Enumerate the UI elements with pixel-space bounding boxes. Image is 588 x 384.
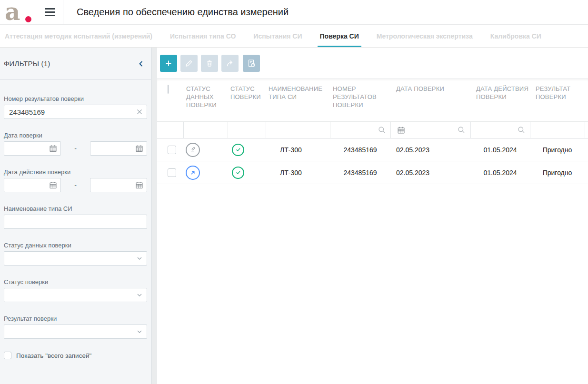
menu-icon[interactable] (45, 6, 55, 19)
cell-result: Пригодно (530, 169, 585, 177)
table-header-row: СТАТУС ДАННЫХ ПОВЕРКИ СТАТУС ПОВЕРКИ НАИ… (157, 79, 588, 121)
column-header-result-number: НОМЕР РЕЗУЛЬТАТОВ ПОВЕРКИ (330, 85, 390, 121)
filter-label: Результат поверки (4, 315, 147, 322)
cell-result-number: 243485169 (330, 146, 390, 154)
data-status-draft-icon (186, 143, 200, 157)
filter-label: Дата поверки (4, 132, 147, 139)
chevron-down-icon (135, 254, 144, 263)
page-title: Сведения по обеспечению единства измерен… (77, 7, 289, 18)
cell-type-name: ЛТ-300 (266, 169, 330, 177)
status-select[interactable] (4, 288, 147, 302)
calendar-icon[interactable] (135, 144, 144, 153)
main-area: СТАТУС ДАННЫХ ПОВЕРКИ СТАТУС ПОВЕРКИ НАИ… (157, 48, 588, 384)
share-button[interactable] (221, 55, 239, 72)
cell-type-name: ЛТ-300 (266, 146, 330, 154)
filter-type-name: Наименование типа СИ (4, 205, 147, 229)
status-value[interactable] (4, 288, 147, 302)
filter-result: Результат поверки (4, 315, 147, 339)
tab-attestation[interactable]: Аттестация методик испытаний (измерений) (5, 25, 152, 47)
row-checkbox[interactable] (168, 146, 176, 154)
cell-verification-date: 02.05.2023 (390, 169, 470, 177)
collapse-panel-icon[interactable] (137, 59, 145, 68)
range-separator: - (61, 145, 90, 152)
tab-metrology-expertise[interactable]: Метрологическая экспертиза (377, 25, 473, 47)
filters-body: Номер результатов поверки Дата поверки (0, 80, 151, 359)
status-data-select[interactable] (4, 251, 147, 266)
show-total-checkbox-row[interactable]: Показать "всего записей" (4, 352, 147, 359)
type-name-input[interactable] (4, 215, 147, 228)
toolbar (157, 48, 588, 72)
filters-panel: ФИЛЬТРЫ (1) Номер результатов поверки Да… (0, 48, 151, 384)
cell-result: Пригодно (530, 146, 585, 154)
status-data-value[interactable] (4, 252, 147, 265)
calendar-icon[interactable] (49, 181, 58, 190)
cell-valid-until: 01.05.2024 (470, 146, 530, 154)
result-number-input[interactable] (4, 105, 147, 118)
filter-label: Статус поверки (4, 278, 147, 286)
arshin-logo[interactable]: а (5, 1, 32, 24)
sidebar-scrollbar[interactable] (151, 48, 157, 384)
verification-valid-icon (232, 144, 244, 156)
filter-label: Наименование типа СИ (4, 205, 147, 212)
verification-valid-icon (232, 167, 244, 179)
tab-verification-si[interactable]: Поверка СИ (320, 25, 359, 47)
filters-title: ФИЛЬТРЫ (1) (4, 59, 50, 68)
search-icon[interactable] (378, 126, 386, 134)
filter-status: Статус поверки (4, 278, 147, 302)
top-bar: а Сведения по обеспечению единства измер… (0, 0, 588, 25)
calendar-icon[interactable] (397, 126, 406, 135)
tab-bar: Аттестация методик испытаний (измерений)… (0, 25, 588, 48)
delete-button[interactable] (201, 55, 218, 72)
cell-verification-date: 02.05.2023 (390, 146, 470, 154)
result-value[interactable] (4, 325, 147, 338)
column-header-result: РЕЗУЛЬТАТ ПОВЕРКИ (530, 85, 585, 121)
column-header-valid-until: ДАТА ДЕЙСТВИЯ ПОВЕРКИ (470, 85, 530, 121)
chevron-down-icon (135, 291, 144, 299)
logo-zone: а (0, 0, 63, 24)
tab-calibration-si[interactable]: Калибровка СИ (490, 25, 541, 47)
table-row[interactable]: ЛТ-300 243485169 02.05.2023 01.05.2024 П… (157, 161, 588, 184)
table-row[interactable]: ЛТ-300 243485169 02.05.2023 01.05.2024 П… (157, 138, 588, 161)
data-status-published-icon (186, 166, 200, 180)
select-all-checkbox[interactable] (168, 85, 169, 94)
filter-valid-until-date: Дата действия поверки - (4, 168, 147, 192)
calendar-icon[interactable] (135, 181, 144, 190)
calendar-icon[interactable] (49, 144, 58, 153)
filter-label: Дата действия поверки (4, 168, 147, 176)
filter-status-data: Статус данных поверки (4, 242, 147, 266)
show-total-label: Показать "всего записей" (16, 352, 91, 359)
report-button[interactable] (243, 55, 260, 72)
chevron-down-icon (135, 327, 144, 336)
filter-verification-date: Дата поверки - (4, 132, 147, 156)
column-header-status: СТАТУС ПОВЕРКИ (228, 85, 266, 121)
column-header-data-status: СТАТУС ДАННЫХ ПОВЕРКИ (183, 85, 228, 121)
add-button[interactable] (160, 55, 177, 72)
column-header-date: ДАТА ПОВЕРКИ (390, 85, 470, 121)
search-icon[interactable] (517, 126, 526, 134)
cell-valid-until: 01.05.2024 (470, 169, 530, 177)
filter-result-number: Номер результатов поверки (4, 95, 147, 119)
filter-label: Статус данных поверки (4, 242, 147, 249)
search-icon[interactable] (457, 126, 466, 134)
clear-icon[interactable] (135, 108, 144, 116)
edit-button[interactable] (180, 55, 198, 72)
range-separator: - (61, 181, 90, 189)
row-checkbox[interactable] (168, 168, 176, 177)
cell-result-number: 243485169 (330, 169, 390, 177)
column-filter-row (157, 121, 588, 138)
column-header-type-name: НАИМЕНОВАНИЕ ТИПА СИ (266, 85, 330, 121)
tab-tests-si[interactable]: Испытания СИ (253, 25, 302, 47)
filters-header: ФИЛЬТРЫ (1) (0, 48, 151, 80)
logo-dot-icon (25, 16, 31, 22)
result-select[interactable] (4, 325, 147, 339)
logo-letter: а (5, 0, 20, 26)
filter-label: Номер результатов поверки (4, 95, 147, 102)
show-total-checkbox[interactable] (4, 352, 11, 359)
tab-tests-co[interactable]: Испытания типа СО (170, 25, 236, 47)
